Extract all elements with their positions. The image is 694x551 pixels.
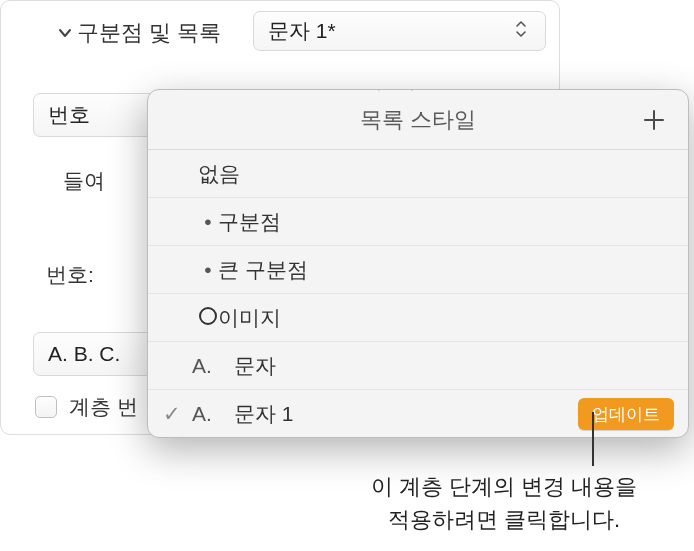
style-item-label: 이미지	[218, 304, 281, 332]
prefix-label: A.	[192, 354, 226, 378]
hierarchy-checkbox[interactable]	[35, 396, 57, 418]
callout-leader-line	[592, 412, 594, 466]
add-style-button[interactable]	[634, 100, 674, 140]
style-item-letter-1[interactable]: ✓ A. 문자 1 업데이트	[148, 390, 688, 438]
popover-title: 목록 스타일	[360, 105, 476, 135]
format-value: A. B. C.	[48, 342, 120, 366]
section-header[interactable]: 구분점 및 목록	[55, 18, 221, 48]
style-item-image[interactable]: 이미지	[148, 294, 688, 342]
list-style-popover: 목록 스타일 없음 • 구분점 • 큰 구분점 이미지 A. 문자 ✓ A. 문…	[147, 89, 689, 438]
ring-icon	[193, 305, 223, 330]
number-type-select[interactable]: 번호	[33, 93, 158, 137]
callout-line-2: 적용하려면 클릭합니다.	[388, 507, 620, 532]
list-style-select[interactable]: 문자 1*	[253, 11, 546, 51]
list-style-value: 문자 1*	[268, 17, 515, 45]
hierarchy-row: 계층 번	[35, 393, 138, 421]
style-item-label: 큰 구분점	[218, 256, 308, 284]
style-item-label: 문자	[234, 352, 276, 380]
bullet-icon: •	[193, 210, 223, 234]
popover-header: 목록 스타일	[148, 90, 688, 150]
indent-label: 들여	[63, 167, 105, 195]
bullet-icon: •	[193, 258, 223, 282]
hierarchy-label: 계층 번	[69, 393, 138, 421]
style-item-letter[interactable]: A. 문자	[148, 342, 688, 390]
style-item-bullet[interactable]: • 구분점	[148, 198, 688, 246]
plus-icon	[641, 107, 667, 133]
checkmark-icon: ✓	[154, 402, 190, 426]
updown-arrows-icon	[515, 19, 531, 43]
numbering-label: 번호:	[46, 261, 94, 289]
callout-text: 이 계층 단계의 변경 내용을 적용하려면 클릭합니다.	[319, 470, 689, 536]
style-item-none[interactable]: 없음	[148, 150, 688, 198]
popover-list: 없음 • 구분점 • 큰 구분점 이미지 A. 문자 ✓ A. 문자 1 업데이…	[148, 150, 688, 438]
number-type-label: 번호	[48, 101, 90, 129]
style-item-big-bullet[interactable]: • 큰 구분점	[148, 246, 688, 294]
disclosure-chevron-icon	[55, 23, 75, 43]
style-item-label: 구분점	[218, 208, 281, 236]
update-button-label: 업데이트	[592, 403, 660, 426]
section-title: 구분점 및 목록	[77, 18, 221, 48]
style-item-label: 없음	[198, 160, 240, 188]
format-select[interactable]: A. B. C.	[33, 332, 158, 376]
style-item-label: 문자 1	[234, 400, 294, 428]
callout-line-1: 이 계층 단계의 변경 내용을	[371, 474, 637, 499]
prefix-label: A.	[192, 402, 226, 426]
